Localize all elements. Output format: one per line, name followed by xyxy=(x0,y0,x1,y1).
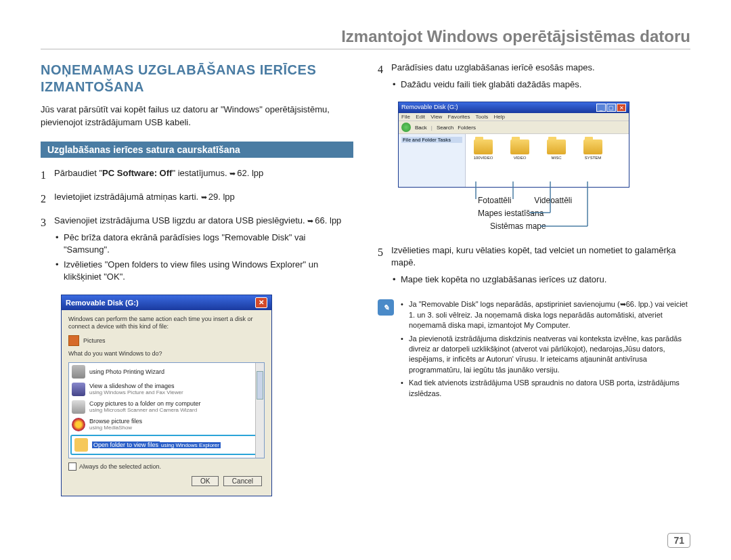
opt-text: View a slideshow of the images xyxy=(89,383,183,389)
page-ref: 29. lpp xyxy=(201,192,235,202)
step-5: 5 Izvēlieties mapi, kuru vēlaties kopēt,… xyxy=(378,244,690,289)
step-number: 2 xyxy=(41,191,54,207)
page-ref: 62. lpp xyxy=(229,168,263,178)
explorer-toolbar[interactable]: Back | Search Folders xyxy=(399,121,629,134)
step-bullets: Pēc brīža datora ekrānā parādīsies logs … xyxy=(54,232,353,284)
explorer-content[interactable]: 100VIDEO VIDEO MISC SYSTEM xyxy=(466,134,629,187)
dialog-titlebar: Removable Disk (G:) ✕ xyxy=(62,295,271,310)
pictures-label: Pictures xyxy=(83,337,106,344)
dialog-option[interactable]: View a slideshow of the imagesusing Wind… xyxy=(69,381,264,398)
menu-item[interactable]: Edit xyxy=(416,114,425,120)
dialog-buttons: OK Cancel xyxy=(68,476,265,490)
step-number: 5 xyxy=(378,244,391,289)
menu-item[interactable]: Favorites xyxy=(448,114,470,120)
dialog-option[interactable]: Browse picture filesusing MediaShow xyxy=(69,416,264,433)
step-4: 4 Parādīsies datu uzglabāšanas ierīcē es… xyxy=(378,62,690,93)
scrollbar[interactable] xyxy=(255,363,264,458)
callout-mapes: Mapes iestatīšana xyxy=(478,207,690,220)
bullet: Izvēlieties "Open folders to view files … xyxy=(54,259,353,283)
dialog-file-type: Pictures xyxy=(68,335,265,346)
step-number: 4 xyxy=(378,62,391,93)
step-3: 3 Savienojiet izstrādājuma USB ligzdu ar… xyxy=(41,215,353,286)
bullet: Mape tiek kopēta no uzglabāšanas ierīces… xyxy=(391,274,690,286)
folder-icon xyxy=(74,438,88,452)
menu-item[interactable]: Help xyxy=(494,114,505,120)
checkbox[interactable] xyxy=(68,462,76,471)
opt-sub: using Windows Explorer xyxy=(160,442,221,448)
callout-sist: Sistēmas mape xyxy=(490,220,690,233)
scroll-thumb[interactable] xyxy=(257,371,263,400)
step-bullets: Dažādu veidu faili tiek glabāti dažādās … xyxy=(391,79,690,91)
note-item: Kad tiek atvienots izstrādājuma USB spra… xyxy=(401,378,690,399)
folder-label: SYSTEM xyxy=(585,156,602,160)
toolbar-label[interactable]: Search xyxy=(437,125,453,131)
dialog-option-highlighted[interactable]: Open folder to view filesusing Windows E… xyxy=(70,435,263,455)
folder-item[interactable]: VIDEO xyxy=(506,139,533,160)
minimize-icon[interactable]: _ xyxy=(596,104,606,112)
manual-page: Izmantojot Windows operētājsistēmas dato… xyxy=(0,0,731,560)
step-1: 1 Pārbaudiet "PC Software: Off" iestatīj… xyxy=(41,167,353,183)
left-column: NOŅEMAMAS UZGLABĀŠANAS IERĪCES IZMANTOŠA… xyxy=(41,62,353,496)
opt-sub: using Microsoft Scanner and Camera Wizar… xyxy=(89,407,201,413)
opt-sub: using Windows Picture and Fax Viewer xyxy=(89,389,183,395)
explorer-title-text: Removable Disk (G:) xyxy=(401,104,458,112)
step-body: Izvēlieties mapi, kuru vēlaties kopēt, t… xyxy=(391,244,690,289)
opt-text: Open folder to view files xyxy=(92,441,160,448)
dialog-title-text: Removable Disk (G:) xyxy=(66,299,139,307)
explorer-sidebar: File and Folder Tasks xyxy=(399,134,466,187)
maximize-icon[interactable]: ▢ xyxy=(606,104,616,112)
dialog-option[interactable]: using Photo Printing Wizard xyxy=(69,363,264,381)
ok-button[interactable]: OK xyxy=(192,476,219,486)
opt-text: Copy pictures to a folder on my computer xyxy=(89,400,201,407)
scanner-icon xyxy=(72,400,85,414)
close-icon[interactable]: ✕ xyxy=(617,104,626,112)
folder-item[interactable]: MISC xyxy=(543,139,570,160)
opt-text: Browse picture files xyxy=(89,418,142,425)
step-bold: PC Software: Off xyxy=(102,168,172,178)
opt-text: using Photo Printing Wizard xyxy=(89,368,164,375)
printer-icon xyxy=(72,365,85,379)
explorer-menu[interactable]: File Edit View Favorites Tools Help xyxy=(399,113,629,121)
section-title: NOŅEMAMAS UZGLABĀŠANAS IERĪCES IZMANTOŠA… xyxy=(41,62,353,95)
folder-label: VIDEO xyxy=(514,156,527,160)
callouts: Fotoattēli Videoattēli Mapes iestatīšana… xyxy=(478,194,690,234)
toolbar-label[interactable]: Folders xyxy=(458,125,476,131)
bullet: Dažādu veidu faili tiek glabāti dažādās … xyxy=(391,79,690,91)
menu-item[interactable]: View xyxy=(430,114,442,120)
menu-item[interactable]: File xyxy=(401,114,410,120)
step-body: Savienojiet izstrādājuma USB ligzdu ar d… xyxy=(54,215,353,286)
step-body: Pārbaudiet "PC Software: Off" iestatījum… xyxy=(54,167,353,183)
menu-item[interactable]: Tools xyxy=(476,114,489,120)
step-body: Ievietojiet izstrādājumā atmiņas karti. … xyxy=(54,191,353,207)
back-icon[interactable] xyxy=(401,123,411,132)
sub-heading: Uzglabāšanas ierīces satura caurskatīšan… xyxy=(41,142,353,158)
dialog-body: Windows can perform the same action each… xyxy=(62,310,271,496)
folder-icon xyxy=(583,139,602,154)
close-icon[interactable]: ✕ xyxy=(255,297,267,308)
step-number: 1 xyxy=(41,167,54,183)
folder-item[interactable]: 100VIDEO xyxy=(470,139,497,160)
removable-disk-dialog: Removable Disk (G:) ✕ Windows can perfor… xyxy=(61,295,272,496)
content-columns: NOŅEMAMAS UZGLABĀŠANAS IERĪCES IZMANTOŠA… xyxy=(41,62,690,496)
note-list: Ja "Removable Disk" logs neparādās, apst… xyxy=(401,299,690,402)
intro-text: Jūs varat pārsūtīt vai kopēt failus uz d… xyxy=(41,104,353,129)
cancel-button[interactable]: Cancel xyxy=(223,476,262,486)
step-text: Pārbaudiet " xyxy=(54,168,102,178)
page-number: 71 xyxy=(667,533,690,548)
dialog-option[interactable]: Copy pictures to a folder on my computer… xyxy=(69,398,264,416)
folder-item[interactable]: SYSTEM xyxy=(579,139,606,160)
note-box: ✎ Ja "Removable Disk" logs neparādās, ap… xyxy=(378,299,690,402)
callout-video: Videoattēli xyxy=(534,194,572,207)
explorer-main: File and Folder Tasks 100VIDEO VIDEO MIS… xyxy=(399,134,629,187)
folder-icon xyxy=(510,139,529,154)
opt-sub: using MediaShow xyxy=(89,425,142,431)
folder-icon xyxy=(547,139,566,154)
dialog-question: What do you want Windows to do? xyxy=(68,350,265,358)
toolbar-label: Back xyxy=(415,125,427,131)
always-checkbox-row[interactable]: Always do the selected action. xyxy=(68,462,265,471)
step-text: Izvēlieties mapi, kuru vēlaties kopēt, t… xyxy=(391,245,676,268)
dialog-intro: Windows can perform the same action each… xyxy=(68,316,265,331)
step-text2: " iestatījumus. xyxy=(172,168,229,178)
dialog-options-list[interactable]: using Photo Printing Wizard View a slide… xyxy=(68,362,265,458)
explorer-titlebar: Removable Disk (G:) _ ▢ ✕ xyxy=(399,102,629,113)
